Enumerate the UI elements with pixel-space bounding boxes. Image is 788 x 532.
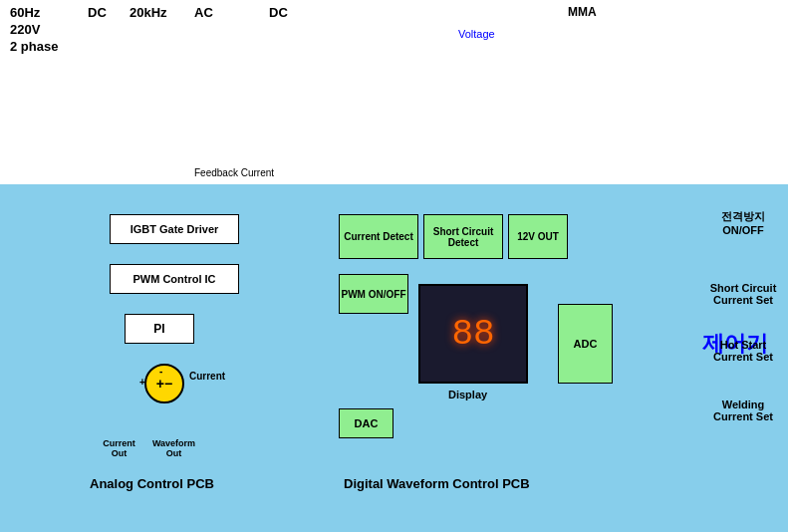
pwm-control-ic-box: PWM Control IC [110,264,239,294]
summing-junction: +− [144,364,184,403]
feedback-label: Feedback Current [194,167,274,178]
v12-label: 12V OUT [517,231,559,242]
short-detect-label: Short CircuitDetect [433,226,494,248]
current-detect-box: Current Detect [339,214,418,259]
pi-label: PI [153,322,164,336]
mma-label: MMA [568,5,597,19]
welding-current-set-label: Welding Current Set [703,399,783,422]
current-out-label: CurrentOut [92,438,146,458]
pwm-ic-label: PWM Control IC [132,273,215,285]
ac-label: AC [194,5,213,20]
short-circuit-current-set-label: Short Circuit Current Set [703,282,783,306]
12v-out-box: 12V OUT [508,214,568,259]
right-panel: 전격방지ON/OFF Short Circuit Current Set Hot… [658,184,788,532]
dac-label: DAC [355,417,379,429]
top-section: 60Hz 220V 2 phase DC 20kHz AC DC MMA Vol… [0,0,788,184]
display-label: Display [448,389,487,400]
igbt-gate-driver-box: IGBT Gate Driver [110,214,239,244]
digital-pcb-label: Digital Waveform Control PCB [344,476,530,491]
pwm-onoff-label: PWM ON/OFF [342,289,406,300]
pwm-onoff-box: PWM ON/OFF [339,274,408,314]
dc2-label: DC [269,5,288,20]
freq-label: 60Hz 220V 2 phase [10,5,58,56]
voltage-label: Voltage [458,28,495,40]
current-detect-label: Current Detect [344,231,412,242]
waveform-out-label: WaveformOut [146,438,201,458]
display-digits: 88 [451,314,494,355]
khz-label: 20kHz [130,5,167,20]
pi-box: PI [125,314,194,344]
analog-pcb-label: Analog Control PCB [90,476,214,491]
adc-label: ADC [574,338,598,350]
dc1-label: DC [88,5,107,20]
plus-label: + [139,377,145,388]
igbt-label: IGBT Gate Driver [131,223,219,235]
hot-start-current-set-label: Hot Start Current Set [703,339,783,363]
short-circuit-detect-box: Short CircuitDetect [423,214,503,259]
display-box: 88 [418,284,528,384]
summing-symbol: +− [156,376,172,392]
minus-label: - [159,366,162,377]
adc-box: ADC [558,304,613,384]
jeongyeok-label: 전격방지ON/OFF [703,209,783,236]
dac-box: DAC [339,408,394,438]
current-label: Current [189,371,225,382]
